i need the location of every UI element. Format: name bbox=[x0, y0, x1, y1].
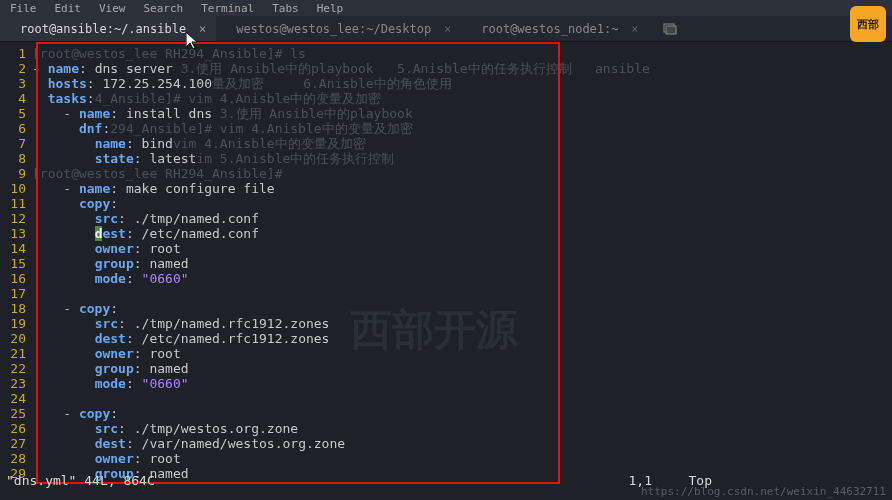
code-content: - name: install dns 3.使用 Ansible中的playbo… bbox=[32, 106, 892, 121]
tab-2[interactable]: root@westos_node1:~× bbox=[461, 16, 648, 41]
code-line: 17 bbox=[0, 286, 892, 301]
line-number: 10 bbox=[0, 181, 32, 196]
tab-close-icon[interactable]: × bbox=[444, 22, 451, 36]
code-content: src: ./tmp/westos.org.zone bbox=[32, 421, 892, 436]
code-content: owner: root bbox=[32, 241, 892, 256]
code-content: - copy: bbox=[32, 301, 892, 316]
background-text: 3.使用 Ansible中的playbook bbox=[212, 106, 413, 121]
code-area[interactable]: 1[root@westos_lee RH294_Ansible]# ls2- n… bbox=[0, 46, 892, 481]
line-number: 18 bbox=[0, 301, 32, 316]
code-content: dest: /etc/named.rfc1912.zones bbox=[32, 331, 892, 346]
code-content: dest: /var/named/westos.org.zone bbox=[32, 436, 892, 451]
background-text: 4_Ansible]# vim 4.Anisble中的变量及加密 bbox=[95, 91, 382, 106]
code-line: 2- name: dns server 3.使用 Ansible中的playbo… bbox=[0, 61, 892, 76]
code-content: - name: make configure file bbox=[32, 181, 892, 196]
menu-view[interactable]: View bbox=[99, 2, 126, 14]
line-number: 27 bbox=[0, 436, 32, 451]
line-number: 25 bbox=[0, 406, 32, 421]
code-content: [root@westos_lee RH294_Ansible]# ls bbox=[32, 46, 892, 61]
svg-rect-1 bbox=[666, 26, 676, 34]
code-content: mode: "0660" bbox=[32, 271, 892, 286]
code-line: 10 - name: make configure file bbox=[0, 181, 892, 196]
logo-icon: 西部 bbox=[850, 6, 886, 42]
background-text: vim 4.Anisble中的变量及加密 bbox=[173, 136, 366, 151]
code-line: 25 - copy: bbox=[0, 406, 892, 421]
code-line: 18 - copy: bbox=[0, 301, 892, 316]
code-line: 14 owner: root bbox=[0, 241, 892, 256]
code-line: 23 mode: "0660" bbox=[0, 376, 892, 391]
code-line: 3 hosts: 172.25.254.100量及加密 6.Anisble中的角… bbox=[0, 76, 892, 91]
line-number: 17 bbox=[0, 286, 32, 301]
tab-0[interactable]: root@ansible:~/.ansible× bbox=[0, 16, 216, 41]
code-line: 13 dest: /etc/named.conf bbox=[0, 226, 892, 241]
code-content: dnf:294_Ansible]# vim 4.Anisble中的变量及加密 bbox=[32, 121, 892, 136]
code-content: state: latestim 5.Anisble中的任务执行控制 bbox=[32, 151, 892, 166]
menu-terminal[interactable]: Terminal bbox=[201, 2, 254, 14]
code-content: group: named bbox=[32, 361, 892, 376]
code-content: hosts: 172.25.254.100量及加密 6.Anisble中的角色使… bbox=[32, 76, 892, 91]
code-line: 27 dest: /var/named/westos.org.zone bbox=[0, 436, 892, 451]
line-number: 19 bbox=[0, 316, 32, 331]
code-content: src: ./tmp/named.conf bbox=[32, 211, 892, 226]
menu-search[interactable]: Search bbox=[144, 2, 184, 14]
code-content bbox=[32, 286, 892, 301]
code-line: 28 owner: root bbox=[0, 451, 892, 466]
code-content: copy: bbox=[32, 196, 892, 211]
code-content: name: bindvim 4.Anisble中的变量及加密 bbox=[32, 136, 892, 151]
new-tab-button[interactable] bbox=[649, 16, 691, 41]
line-number: 11 bbox=[0, 196, 32, 211]
tab-close-icon[interactable]: × bbox=[199, 22, 206, 36]
code-content: dest: /etc/named.conf bbox=[32, 226, 892, 241]
code-content: - name: dns server 3.使用 Ansible中的playboo… bbox=[32, 61, 892, 76]
code-line: 6 dnf:294_Ansible]# vim 4.Anisble中的变量及加密 bbox=[0, 121, 892, 136]
line-number: 20 bbox=[0, 331, 32, 346]
line-number: 6 bbox=[0, 121, 32, 136]
line-number: 26 bbox=[0, 421, 32, 436]
background-text: im 5.Anisble中的任务执行控制 bbox=[196, 151, 394, 166]
line-number: 7 bbox=[0, 136, 32, 151]
code-content: mode: "0660" bbox=[32, 376, 892, 391]
code-line: 4 tasks:4_Ansible]# vim 4.Anisble中的变量及加密 bbox=[0, 91, 892, 106]
code-line: 1[root@westos_lee RH294_Ansible]# ls bbox=[0, 46, 892, 61]
line-number: 22 bbox=[0, 361, 32, 376]
code-content: tasks:4_Ansible]# vim 4.Anisble中的变量及加密 bbox=[32, 91, 892, 106]
code-content: owner: root bbox=[32, 346, 892, 361]
code-line: 19 src: ./tmp/named.rfc1912.zones bbox=[0, 316, 892, 331]
code-line: 20 dest: /etc/named.rfc1912.zones bbox=[0, 331, 892, 346]
line-number: 4 bbox=[0, 91, 32, 106]
tab-1[interactable]: westos@westos_lee:~/Desktop× bbox=[216, 16, 461, 41]
code-content: group: named bbox=[32, 256, 892, 271]
code-line: 12 src: ./tmp/named.conf bbox=[0, 211, 892, 226]
line-number: 12 bbox=[0, 211, 32, 226]
line-number: 15 bbox=[0, 256, 32, 271]
code-content bbox=[32, 391, 892, 406]
code-line: 24 bbox=[0, 391, 892, 406]
line-number: 28 bbox=[0, 451, 32, 466]
menu-file[interactable]: File bbox=[10, 2, 37, 14]
menu-edit[interactable]: Edit bbox=[55, 2, 82, 14]
code-content: [root@westos_lee RH294_Ansible]# bbox=[32, 166, 892, 181]
vim-status: "dns.yml" 44L, 864C bbox=[6, 473, 155, 488]
line-number: 24 bbox=[0, 391, 32, 406]
line-number: 16 bbox=[0, 271, 32, 286]
code-line: 9[root@westos_lee RH294_Ansible]# bbox=[0, 166, 892, 181]
code-line: 21 owner: root bbox=[0, 346, 892, 361]
tab-close-icon[interactable]: × bbox=[631, 22, 638, 36]
background-text: 294_Ansible]# vim 4.Anisble中的变量及加密 bbox=[110, 121, 412, 136]
terminal[interactable]: 西部开源 1[root@westos_lee RH294_Ansible]# l… bbox=[0, 42, 892, 472]
menu-help[interactable]: Help bbox=[317, 2, 344, 14]
menubar: FileEditViewSearchTerminalTabsHelp bbox=[0, 0, 892, 16]
code-line: 7 name: bindvim 4.Anisble中的变量及加密 bbox=[0, 136, 892, 151]
menu-tabs[interactable]: Tabs bbox=[272, 2, 299, 14]
tabbar: root@ansible:~/.ansible×westos@westos_le… bbox=[0, 16, 892, 42]
line-number: 1 bbox=[0, 46, 32, 61]
background-text: 量及加密 6.Anisble中的角色使用 bbox=[212, 76, 452, 91]
watermark-url: https://blog.csdn.net/weixin_44632711 bbox=[641, 485, 886, 498]
background-text: 3.使用 Ansible中的playbook 5.Anisble中的任务执行控制… bbox=[173, 61, 650, 76]
background-text: [root@westos_lee RH294_Ansible]# ls bbox=[32, 46, 306, 61]
code-content: owner: root bbox=[32, 451, 892, 466]
code-line: 15 group: named bbox=[0, 256, 892, 271]
line-number: 13 bbox=[0, 226, 32, 241]
line-number: 2 bbox=[0, 61, 32, 76]
code-line: 26 src: ./tmp/westos.org.zone bbox=[0, 421, 892, 436]
